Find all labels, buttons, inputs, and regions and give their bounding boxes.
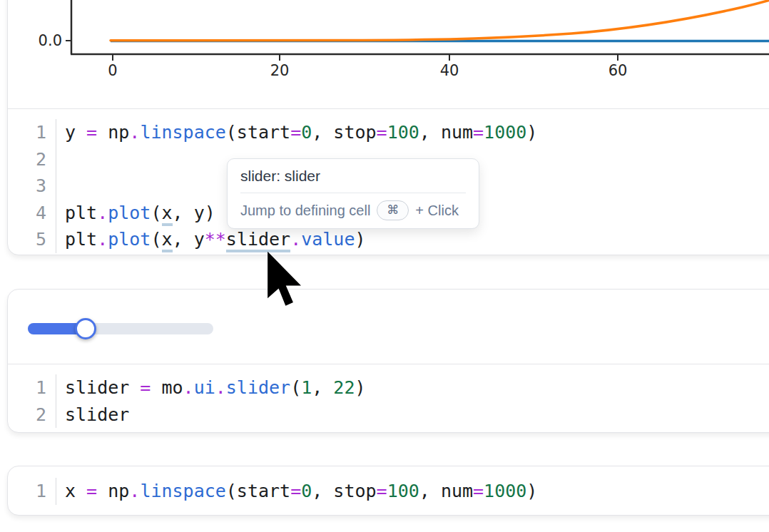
x-tick-label: 60 — [608, 62, 628, 79]
line-series-power — [111, 0, 769, 41]
code-token[interactable]: , num — [419, 481, 473, 501]
code-token-underlined[interactable]: x — [162, 203, 173, 226]
code-token[interactable]: ui — [194, 377, 215, 398]
code-line[interactable]: 1slider = mo.ui.slider(1, 22) — [8, 374, 769, 401]
code-token[interactable]: . — [215, 377, 226, 398]
notebook-cell-x: 1x = np.linspace(start=0, stop=100, num=… — [7, 466, 769, 516]
code-token[interactable]: linspace — [140, 481, 225, 501]
code-token[interactable]: ( — [290, 377, 301, 398]
code-token[interactable]: 0 — [301, 481, 312, 501]
slider-track[interactable] — [28, 323, 213, 334]
code-token[interactable]: . — [129, 481, 140, 501]
code-text[interactable]: slider — [56, 404, 129, 425]
code-token[interactable]: ( — [151, 203, 161, 223]
code-token[interactable]: ) — [526, 122, 537, 143]
code-token[interactable]: , y — [173, 229, 205, 250]
code-token[interactable]: , stop — [312, 122, 376, 143]
code-line[interactable]: 1x = np.linspace(start=0, stop=100, num=… — [8, 478, 769, 505]
notebook-page: 0.0 0 20 40 60 1y = np.linspace(start=0,… — [0, 0, 769, 532]
code-token[interactable]: 100 — [387, 481, 419, 501]
code-editor-x[interactable]: 1x = np.linspace(start=0, stop=100, num=… — [8, 466, 769, 505]
code-token[interactable]: ) — [355, 377, 365, 398]
code-token[interactable]: ** — [205, 229, 226, 250]
code-token[interactable]: 100 — [387, 122, 419, 143]
code-token[interactable]: , stop — [312, 481, 376, 501]
code-token[interactable]: = — [473, 122, 484, 143]
code-text[interactable]: y = np.linspace(start=0, stop=100, num=1… — [56, 122, 537, 143]
code-token[interactable]: plt — [65, 229, 97, 250]
plot-output: 0.0 0 20 40 60 — [8, 0, 769, 108]
code-token[interactable]: = — [377, 481, 387, 501]
code-line[interactable]: 2slider — [8, 401, 769, 429]
command-key-badge: ⌘ — [377, 200, 409, 220]
code-token-underlined[interactable]: x — [162, 229, 173, 252]
code-token[interactable]: slider — [65, 404, 129, 425]
tooltip-title: slider: slider — [240, 168, 466, 185]
slider-handle[interactable] — [75, 318, 96, 339]
code-token[interactable]: ) — [526, 481, 537, 501]
code-token[interactable]: plot — [108, 203, 151, 223]
tooltip-action-label: Jump to defining cell — [240, 203, 370, 219]
code-token[interactable]: 1 — [301, 377, 312, 398]
code-token[interactable]: . — [97, 203, 108, 223]
code-token[interactable]: plt — [65, 203, 97, 223]
y-tick-label: 0.0 — [39, 32, 62, 49]
code-token[interactable]: = — [86, 122, 97, 143]
variable-tooltip: slider: slider Jump to defining cell ⌘ +… — [227, 158, 479, 229]
code-token[interactable]: = — [377, 122, 387, 143]
line-number: 2 — [8, 401, 56, 429]
code-token[interactable]: ) — [355, 229, 365, 250]
tooltip-shortcut-suffix: + Click — [415, 203, 459, 219]
code-token[interactable]: = — [473, 481, 484, 501]
code-token[interactable]: plot — [108, 229, 151, 250]
matplotlib-chart: 0.0 0 20 40 60 — [8, 0, 769, 87]
line-number: 1 — [8, 478, 56, 505]
code-token[interactable]: (start — [226, 122, 290, 143]
code-token[interactable]: 0 — [301, 122, 312, 143]
code-token[interactable]: np — [97, 481, 129, 501]
line-number: 2 — [8, 146, 56, 173]
slider-output — [8, 290, 769, 364]
code-token[interactable]: ( — [151, 229, 161, 250]
code-token[interactable]: . — [290, 229, 301, 250]
code-token[interactable]: , — [312, 377, 333, 398]
code-token[interactable]: np — [97, 122, 129, 143]
code-token[interactable]: . — [129, 122, 140, 143]
x-tick-label: 20 — [270, 62, 290, 79]
code-token[interactable]: 1000 — [484, 122, 526, 143]
code-token[interactable]: (start — [226, 481, 290, 501]
code-token[interactable]: 1000 — [484, 481, 526, 501]
code-text[interactable]: plt.plot(x, y) — [56, 203, 215, 223]
code-token[interactable]: mo — [151, 377, 183, 398]
tooltip-divider — [240, 193, 466, 193]
code-line[interactable]: 1y = np.linspace(start=0, stop=100, num=… — [8, 119, 769, 146]
code-token[interactable]: x — [65, 481, 86, 501]
code-token[interactable]: = — [86, 481, 97, 501]
code-token[interactable]: , num — [419, 122, 473, 143]
notebook-cell-slider: 1slider = mo.ui.slider(1, 22)2slider — [7, 289, 769, 433]
code-token[interactable]: 22 — [333, 377, 355, 398]
code-editor-slider[interactable]: 1slider = mo.ui.slider(1, 22)2slider — [8, 364, 769, 428]
code-text[interactable]: x = np.linspace(start=0, stop=100, num=1… — [56, 481, 537, 501]
code-token[interactable]: = — [290, 481, 301, 501]
code-text[interactable]: plt.plot(x, y**slider.value) — [56, 229, 366, 250]
line-number: 1 — [8, 374, 56, 401]
code-token[interactable]: , y) — [173, 203, 215, 223]
code-token[interactable]: . — [183, 377, 194, 398]
x-tick-label: 0 — [108, 62, 117, 79]
code-token[interactable]: linspace — [140, 122, 225, 143]
code-token[interactable]: value — [301, 229, 355, 250]
line-number: 3 — [8, 173, 56, 200]
x-tick-label: 40 — [440, 62, 459, 79]
code-token[interactable]: = — [140, 377, 151, 398]
code-token-underlined[interactable]: slider — [226, 229, 290, 252]
code-token[interactable]: y — [65, 122, 86, 143]
code-token[interactable]: = — [290, 122, 301, 143]
code-token[interactable]: slider — [226, 377, 290, 398]
line-number: 4 — [8, 200, 56, 227]
code-token[interactable]: slider — [65, 377, 140, 398]
code-token[interactable]: . — [97, 229, 108, 250]
line-number: 5 — [8, 226, 56, 253]
code-text[interactable]: slider = mo.ui.slider(1, 22) — [56, 377, 366, 398]
code-line[interactable]: 5plt.plot(x, y**slider.value) — [8, 226, 769, 253]
